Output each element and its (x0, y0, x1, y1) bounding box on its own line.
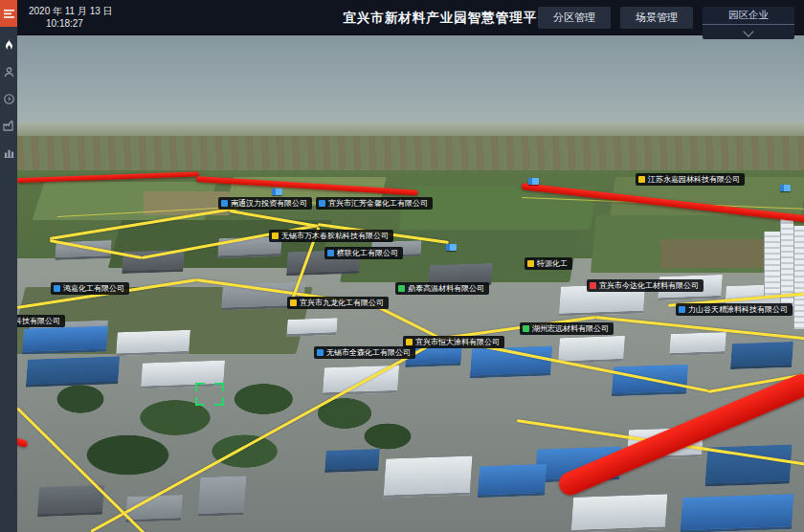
building-icon (54, 285, 60, 292)
company-label[interactable]: 宜兴市恒大涂料有限公司 (403, 336, 504, 348)
factory-building (558, 336, 625, 364)
factory-building (669, 332, 726, 356)
page-title: 宜兴市新材料产业园智慧管理平台 (343, 10, 551, 27)
building-icon (290, 299, 297, 306)
factory-building (286, 318, 337, 337)
building-icon (590, 282, 596, 289)
bar-chart-icon (4, 147, 14, 158)
building-icon (398, 285, 405, 292)
company-label[interactable]: 无锡市全森化工有限公司 (314, 346, 415, 359)
scene-management-button[interactable]: 场景管理 (620, 7, 693, 29)
sidebar-item-enterprise[interactable] (0, 117, 17, 134)
warehouse-building (571, 494, 668, 532)
person-icon (4, 67, 14, 78)
company-name: 特源化工 (537, 257, 568, 270)
warehouse-building (478, 464, 547, 498)
building-icon (272, 233, 279, 239)
building-icon (221, 200, 228, 207)
building-icon (638, 176, 645, 183)
building-icon (406, 339, 413, 345)
company-name: 宜兴市汇芳金馨化工有限公司 (328, 197, 428, 210)
company-label[interactable]: 无锡市万木春胶粘科技有限公司 (269, 230, 393, 242)
factory-building (730, 342, 793, 369)
company-name: 无锡市全森化工有限公司 (326, 346, 411, 359)
company-label[interactable]: 横联化工有限公司 (324, 247, 403, 259)
company-label[interactable]: 宜兴市汇芳金馨化工有限公司 (316, 197, 433, 210)
company-name: 力山谷天精涂料科技有限公司 (688, 303, 788, 316)
sidebar-item-personnel[interactable] (0, 63, 17, 80)
sidebar-toggle[interactable] (0, 0, 17, 27)
company-label[interactable]: 特源化工 (525, 257, 572, 270)
dropdown-label: 园区企业 (703, 9, 794, 25)
factory-icon (3, 121, 14, 131)
power-icon (4, 94, 14, 104)
park-enterprise-dropdown[interactable]: 园区企业 (703, 7, 794, 39)
highrise-building (793, 226, 804, 329)
map-sky (17, 34, 804, 136)
company-label[interactable]: 江苏永嘉园林科技有限公司 (636, 173, 745, 186)
app-window: 南通汉力投资有限公司 宜兴市汇芳金馨化工有限公司 无锡市万木春胶粘科技有限公司 … (0, 0, 804, 532)
tree-area (287, 383, 431, 459)
left-sidebar (0, 0, 17, 532)
selection-bracket (195, 383, 224, 406)
date-text: 2020 年 11 月 13 日 (29, 5, 113, 18)
building-icon (327, 250, 334, 256)
company-name: 鸿嘉化工有限公司 (63, 282, 124, 295)
building-icon (679, 306, 685, 313)
sidebar-item-statistics[interactable] (0, 144, 17, 161)
company-name: 江苏永嘉园林科技有限公司 (648, 173, 740, 186)
company-name: 南通汉力投资有限公司 (231, 197, 307, 210)
chevron-down-icon (743, 26, 753, 36)
zone-management-button[interactable]: 分区管理 (538, 7, 611, 29)
factory-building (22, 325, 108, 354)
warehouse-building (37, 485, 104, 517)
flame-icon (4, 39, 14, 51)
truck-icon[interactable] (780, 185, 791, 191)
company-label[interactable]: 宜兴市今达化工材料有限公司 (587, 279, 704, 292)
sidebar-item-fire[interactable] (0, 36, 17, 54)
company-name: 宜兴市恒大涂料有限公司 (415, 336, 500, 348)
building-icon (317, 349, 324, 356)
company-label[interactable]: 南通汉力投资有限公司 (218, 197, 312, 210)
warehouse-building (383, 455, 472, 498)
company-label[interactable]: 宜兴市九龙化工有限公司 (287, 297, 389, 309)
company-name: 宜兴市九龙化工有限公司 (300, 297, 384, 309)
field-patch (660, 239, 766, 268)
company-label[interactable]: 力山谷天精涂料科技有限公司 (676, 303, 793, 316)
company-name: 宜兴市今达化工材料有限公司 (599, 279, 699, 292)
truck-icon[interactable] (272, 188, 282, 195)
truck-icon[interactable] (446, 244, 457, 251)
building-icon (527, 260, 534, 267)
company-label[interactable]: 鼎泰高温材料有限公司 (395, 282, 489, 295)
hamburger-menu-icon (4, 10, 14, 18)
building-icon (319, 200, 325, 207)
company-name: 横联化工有限公司 (337, 247, 398, 259)
company-name: 湖州宏远材料有限公司 (532, 322, 609, 335)
company-name: 鼎泰高温材料有限公司 (408, 282, 484, 295)
warehouse-building (681, 494, 794, 532)
company-label[interactable]: 鸿嘉化工有限公司 (51, 282, 129, 295)
highrise-building (764, 232, 780, 297)
building-icon (523, 325, 529, 332)
factory-building (116, 330, 190, 357)
top-bar: 2020 年 11 月 13 日 10:18:27 宜兴市新材料产业园智慧管理平… (17, 0, 804, 35)
truck-icon[interactable] (528, 178, 539, 185)
company-label[interactable]: 湖州宏远材料有限公司 (520, 322, 614, 335)
time-text: 10:18:27 (46, 18, 83, 29)
company-name: 无锡市万木春胶粘科技有限公司 (281, 230, 389, 242)
sidebar-item-energy[interactable] (0, 90, 17, 107)
